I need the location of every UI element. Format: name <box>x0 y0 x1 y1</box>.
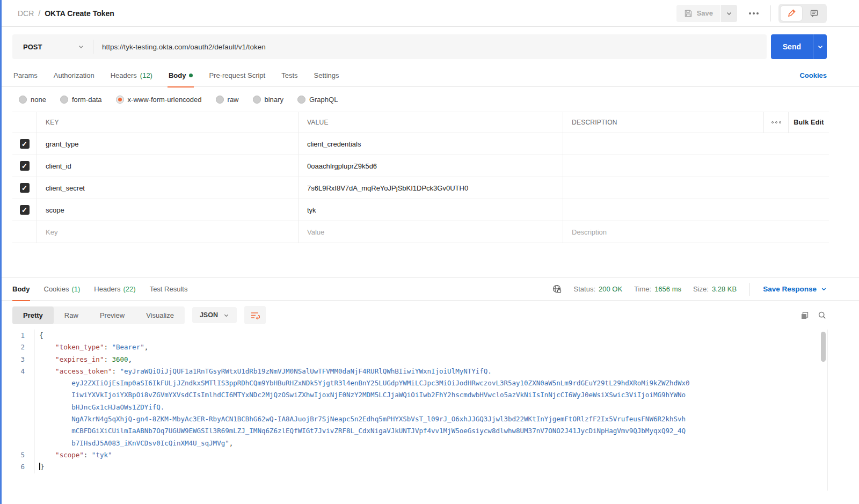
response-tab-headers[interactable]: Headers(22) <box>94 277 135 301</box>
side-panel-toggle <box>778 4 827 23</box>
save-icon <box>684 9 693 18</box>
param-value[interactable]: tyk <box>299 199 563 221</box>
mode-form-data[interactable]: form-data <box>60 96 102 104</box>
row-checkbox[interactable]: ✓ <box>20 183 30 193</box>
method-select[interactable]: POST <box>12 43 93 51</box>
postman-request-window: DCR / OKTA Create Token Save <box>0 0 859 504</box>
mode-binary[interactable]: binary <box>253 96 283 104</box>
param-key[interactable]: client_id <box>37 155 299 177</box>
param-value[interactable]: 0oaachIrgpluprZ9k5d6 <box>299 155 563 177</box>
line-number: 6 <box>2 461 35 473</box>
method-value: POST <box>23 43 42 51</box>
code-line: 5 "scope": "tyk" <box>2 449 859 461</box>
table-row-empty: Key Value Description <box>12 221 829 243</box>
param-value[interactable]: client_credentials <box>299 133 563 155</box>
description-placeholder[interactable]: Description <box>563 221 829 243</box>
headers-count: (12) <box>140 71 152 79</box>
format-value: JSON <box>200 311 218 319</box>
table-row: ✓ client_id 0oaachIrgpluprZ9k5d6 <box>12 155 829 177</box>
response-tab-body[interactable]: Body <box>12 277 30 301</box>
save-response-button[interactable]: Save Response <box>763 285 827 293</box>
code-line: 3 "expires_in": 3600, <box>2 354 859 366</box>
param-key[interactable]: scope <box>37 199 299 221</box>
tab-authorization[interactable]: Authorization <box>54 64 94 87</box>
time-label: Time: <box>634 285 651 293</box>
send-button[interactable]: Send <box>771 34 813 59</box>
time-value: 1656 ms <box>654 285 681 293</box>
json-response: 1{2 "token_type": "Bearer",3 "expires_in… <box>2 330 859 473</box>
row-checkbox[interactable]: ✓ <box>20 139 30 149</box>
edit-request-button[interactable] <box>781 6 802 21</box>
radio-icon <box>19 96 27 104</box>
size-value: 3.28 KB <box>712 285 737 293</box>
table-row: ✓ client_secret 7s6L9RxI8V7dA_mqReYoJPjS… <box>12 177 829 199</box>
save-button-group: Save <box>676 5 737 22</box>
breadcrumb-folder[interactable]: DCR <box>18 9 34 18</box>
param-key[interactable]: client_secret <box>37 177 299 199</box>
param-description[interactable] <box>563 177 829 199</box>
param-description[interactable] <box>563 133 829 155</box>
format-select[interactable]: JSON <box>192 307 237 323</box>
url-input[interactable]: https://tyk-testing.okta.com/oauth2/defa… <box>93 43 266 51</box>
more-options-button[interactable] <box>745 12 763 14</box>
view-pretty[interactable]: Pretty <box>12 306 54 324</box>
response-tools <box>800 311 827 320</box>
save-button-label: Save <box>697 9 713 17</box>
wrap-lines-button[interactable] <box>244 306 266 324</box>
value-placeholder[interactable]: Value <box>299 221 563 243</box>
tab-body[interactable]: Body <box>169 64 193 87</box>
save-options-button[interactable] <box>721 5 737 22</box>
param-description[interactable] <box>563 155 829 177</box>
row-checkbox[interactable]: ✓ <box>20 161 30 171</box>
radio-icon <box>216 96 224 104</box>
mode-graphql[interactable]: GraphQL <box>297 96 338 104</box>
line-number: 4 <box>2 366 35 377</box>
search-response-button[interactable] <box>818 311 827 320</box>
param-value[interactable]: 7s6L9RxI8V7dA_mqReYoJPjSbKI1DPck3Gv0UTH0 <box>299 177 563 199</box>
scrollbar-thumb[interactable] <box>821 332 826 362</box>
cookies-link[interactable]: Cookies <box>799 71 827 79</box>
line-number <box>2 377 35 389</box>
scrollbar-track <box>827 330 828 491</box>
mode-none[interactable]: none <box>19 96 46 104</box>
bulk-edit-button[interactable]: Bulk Edit <box>789 112 829 133</box>
tab-headers[interactable]: Headers(12) <box>111 64 152 87</box>
column-header-value: VALUE <box>299 112 563 133</box>
request-header: DCR / OKTA Create Token Save <box>2 0 859 27</box>
view-visualize[interactable]: Visualize <box>135 306 185 324</box>
response-tab-cookies[interactable]: Cookies(1) <box>44 277 81 301</box>
view-raw[interactable]: Raw <box>54 306 89 324</box>
response-tab-test-results[interactable]: Test Results <box>150 277 188 301</box>
tab-tests[interactable]: Tests <box>281 64 297 87</box>
view-preview[interactable]: Preview <box>89 306 135 324</box>
chevron-down-icon <box>223 312 229 318</box>
response-headers-count: (22) <box>123 285 136 293</box>
tab-pre-request-script[interactable]: Pre-request Script <box>209 64 265 87</box>
tab-settings[interactable]: Settings <box>314 64 339 87</box>
comments-button[interactable] <box>803 6 825 21</box>
code-line: IiwiYXVkIjoiYXBpOi8vZGVmYXVsdCIsImlhdCI6… <box>2 389 859 401</box>
network-globe-lock-icon[interactable] <box>552 284 562 294</box>
row-checkbox[interactable]: ✓ <box>20 205 30 215</box>
response-body-editor[interactable]: 1{2 "token_type": "Bearer",3 "expires_in… <box>2 330 859 497</box>
mode-raw[interactable]: raw <box>216 96 239 104</box>
line-number <box>2 389 35 401</box>
line-number: 5 <box>2 449 35 461</box>
wrap-lines-icon <box>250 310 260 320</box>
save-button[interactable]: Save <box>676 5 720 22</box>
code-line: 1{ <box>2 330 859 341</box>
radio-icon <box>297 96 305 104</box>
code-line: 6} <box>2 461 859 473</box>
param-description[interactable] <box>563 199 829 221</box>
param-key[interactable]: grant_type <box>37 133 299 155</box>
line-number <box>2 413 35 425</box>
mode-x-www-form-urlencoded[interactable]: x-www-form-urlencoded <box>116 96 202 104</box>
copy-response-button[interactable] <box>800 311 809 320</box>
line-number: 2 <box>2 341 35 353</box>
key-placeholder[interactable]: Key <box>37 221 299 243</box>
column-header-key: KEY <box>37 112 299 133</box>
send-options-button[interactable] <box>813 34 827 59</box>
tab-params[interactable]: Params <box>13 64 38 87</box>
table-more-options-button[interactable] <box>764 112 789 133</box>
request-title[interactable]: OKTA Create Token <box>45 9 114 18</box>
